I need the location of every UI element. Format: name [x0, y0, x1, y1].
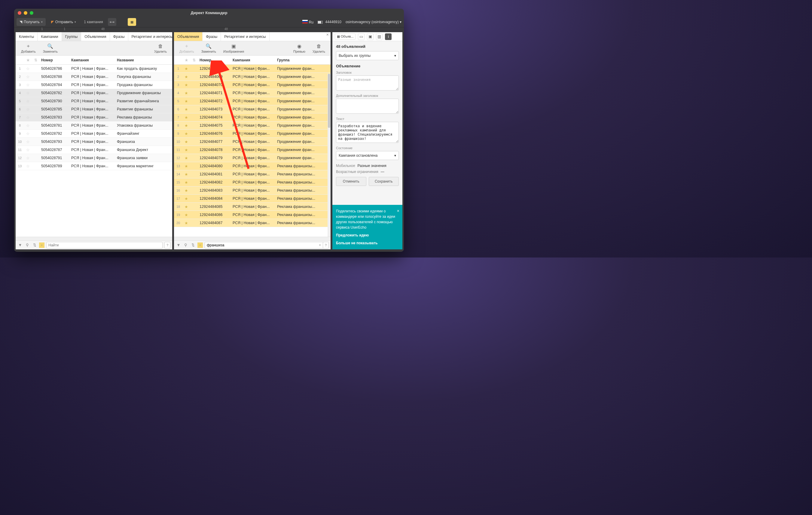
account-balance[interactable]: 44446910	[318, 20, 341, 24]
table-row[interactable]: 1★12924484068РСЯ | Новая | Фран...Продви…	[174, 65, 330, 73]
table-row[interactable]: 4★12924484071РСЯ | Новая | Фран...Продви…	[174, 89, 330, 97]
highlight-icon[interactable]: ▫	[39, 242, 45, 248]
image-icon[interactable]: ▣	[367, 33, 374, 40]
table-row[interactable]: 6★12924484073РСЯ | Новая | Фран...Продви…	[174, 105, 330, 113]
headline-input[interactable]	[336, 76, 399, 90]
col-campaign[interactable]: Кампания	[231, 58, 276, 62]
replace-button[interactable]: 🔍Заменить	[198, 41, 220, 55]
userecho-hide-link[interactable]: Больше не показывать	[336, 240, 399, 246]
table-row[interactable]: 9☆5054028792РСЯ | Новая | Фран...Франчай…	[16, 130, 172, 138]
col-name[interactable]: Название	[115, 58, 172, 62]
left-grid-body[interactable]: 1☆5054028786РСЯ | Новая | Фран...Как про…	[16, 65, 172, 237]
h-scrollbar[interactable]	[16, 237, 172, 240]
table-row[interactable]: 4☆5054028782РСЯ | Новая | Фран...Продвиж…	[16, 89, 172, 97]
clear-search-icon[interactable]: ×	[319, 243, 321, 247]
funnel-icon[interactable]: ⚲	[183, 242, 188, 248]
tab-Объявления[interactable]: Объявления	[81, 32, 110, 41]
h-scrollbar[interactable]	[174, 237, 330, 240]
split-view-button[interactable]: ⟷	[108, 18, 116, 26]
userecho-suggest-link[interactable]: Предложить идею	[336, 233, 399, 238]
tab-Ретаргетинг и интересы[interactable]: Ретаргетинг и интересы	[221, 32, 269, 41]
delete-button[interactable]: 🗑Удалить	[150, 41, 170, 55]
table-row[interactable]: 10☆5054028793РСЯ | Новая | Фран...Франши…	[16, 138, 172, 146]
v-scrollbar[interactable]	[327, 74, 330, 237]
search-input[interactable]	[205, 242, 324, 248]
col-number[interactable]: Номер	[198, 58, 231, 62]
headline2-input[interactable]	[336, 99, 399, 114]
table-row[interactable]: 8☆5054028781РСЯ | Новая | Фран...Упаковк…	[16, 121, 172, 130]
user-menu[interactable]: osintsevagency (osintsevagency) ▾	[346, 20, 402, 24]
table-row[interactable]: 12★12924484079РСЯ | Новая | Фран...Продв…	[174, 154, 330, 162]
table-row[interactable]: 15★12924484082РСЯ | Новая | Фран...Рекла…	[174, 179, 330, 187]
table-row[interactable]: 12☆5054028791РСЯ | Новая | Фран...Франши…	[16, 154, 172, 162]
card-icon[interactable]: ▭	[358, 33, 365, 40]
tab-ad[interactable]: ▦ Объяв...	[335, 33, 355, 40]
close-panel-icon[interactable]: ×	[326, 32, 329, 41]
table-row[interactable]: 5☆5054028790РСЯ | Новая | Фран...Развити…	[16, 97, 172, 105]
table-row[interactable]: 20★12924484087РСЯ | Новая | Фран...Рекла…	[174, 219, 330, 227]
table-row[interactable]: 3★12924484070РСЯ | Новая | Фран...Продви…	[174, 81, 330, 89]
tab-Ретаргетинг и интересы[interactable]: Ретаргетинг и интересы	[128, 32, 177, 41]
table-row[interactable]: 9★12924484076РСЯ | Новая | Фран...Продви…	[174, 130, 330, 138]
table-row[interactable]: 2☆5054028788РСЯ | Новая | Фран...Покупка…	[16, 73, 172, 81]
star-icon[interactable]: ★	[182, 58, 190, 62]
close-window-button[interactable]	[18, 11, 21, 15]
maximize-window-button[interactable]	[30, 11, 33, 15]
table-row[interactable]: 11★12924484078РСЯ | Новая | Фран...Продв…	[174, 146, 330, 154]
table-row[interactable]: 13★12924484080РСЯ | Новая | Фран...Рекла…	[174, 162, 330, 170]
col-number[interactable]: Номер	[40, 58, 70, 62]
group-selector[interactable]: Выбрать их группы ▾	[336, 51, 399, 60]
highlight-icon[interactable]: ▫	[198, 242, 203, 248]
help-icon[interactable]: ?	[164, 242, 170, 248]
table-row[interactable]: 5★12924484072РСЯ | Новая | Фран...Продви…	[174, 97, 330, 105]
notepad-icon[interactable]: ▦	[128, 18, 136, 26]
sort-icon[interactable]: ⇅	[190, 58, 198, 62]
send-button[interactable]: ◤ Отправить ▾	[48, 18, 79, 26]
table-row[interactable]: 17★12924484084РСЯ | Новая | Фран...Рекла…	[174, 195, 330, 203]
language-selector[interactable]: Ru	[302, 20, 314, 24]
tab-Группы[interactable]: Группы	[62, 32, 82, 41]
columns-icon[interactable]: ▥	[376, 33, 382, 40]
table-row[interactable]: 7★12924484074РСЯ | Новая | Фран...Продви…	[174, 113, 330, 121]
filter-icon[interactable]: ▼	[18, 242, 23, 248]
compare-icon[interactable]: ⇅	[32, 242, 37, 248]
table-row[interactable]: 14★12924484081РСЯ | Новая | Фран...Рекла…	[174, 170, 330, 179]
images-button[interactable]: ▣Изображения	[220, 41, 248, 55]
text-input[interactable]	[336, 122, 399, 143]
table-row[interactable]: 3☆5054028784РСЯ | Новая | Фран...Продажа…	[16, 81, 172, 89]
cancel-button[interactable]: Отменить	[336, 177, 366, 186]
tab-Фразы[interactable]: Фразы	[203, 32, 221, 41]
table-row[interactable]: 18★12924484085РСЯ | Новая | Фран...Рекла…	[174, 203, 330, 211]
mid-grid-body[interactable]: 1★12924484068РСЯ | Новая | Фран...Продви…	[174, 65, 330, 237]
col-campaign[interactable]: Кампания	[70, 58, 115, 62]
tab-Кампании[interactable]: Кампании	[37, 32, 62, 41]
info-icon[interactable]: i	[385, 33, 392, 40]
receive-button[interactable]: ◥ Получить ▾	[17, 18, 46, 26]
table-row[interactable]: 8★12924484075РСЯ | Новая | Фран...Продви…	[174, 121, 330, 130]
add-button[interactable]: ＋Добавить	[18, 41, 39, 55]
filter-icon[interactable]: ▼	[176, 242, 181, 248]
funnel-icon[interactable]: ⚲	[25, 242, 30, 248]
tab-Клиенты[interactable]: Клиенты	[16, 32, 37, 41]
table-row[interactable]: 2★12924484069РСЯ | Новая | Фран...Продви…	[174, 73, 330, 81]
close-icon[interactable]: ×	[397, 208, 399, 214]
table-row[interactable]: 16★12924484083РСЯ | Новая | Фран...Рекла…	[174, 187, 330, 195]
delete-button[interactable]: 🗑Удалить	[309, 41, 329, 55]
help-icon[interactable]: ?	[323, 242, 329, 248]
star-icon[interactable]: ★	[24, 58, 32, 62]
replace-button[interactable]: 🔍Заменить	[39, 41, 61, 55]
save-button[interactable]: Сохранить	[369, 177, 399, 186]
table-row[interactable]: 19★12924484086РСЯ | Новая | Фран...Рекла…	[174, 211, 330, 219]
table-row[interactable]: 6☆5054028785РСЯ | Новая | Фран...Развити…	[16, 105, 172, 113]
col-group[interactable]: Группа	[276, 58, 330, 62]
compare-icon[interactable]: ⇅	[190, 242, 196, 248]
sort-icon[interactable]: ⇅	[32, 58, 40, 62]
tab-Объявления[interactable]: Объявления	[174, 32, 203, 41]
minimize-window-button[interactable]	[24, 11, 27, 15]
search-input[interactable]	[46, 242, 163, 248]
state-selector[interactable]: Кампания остановлена ▾	[336, 151, 399, 160]
table-row[interactable]: 13☆5054028789РСЯ | Новая | Фран...Франши…	[16, 162, 172, 170]
table-row[interactable]: 11☆5054028787РСЯ | Новая | Фран...Франши…	[16, 146, 172, 154]
tab-Фразы[interactable]: Фразы	[110, 32, 128, 41]
table-row[interactable]: 7☆5054028783РСЯ | Новая | Фран...Реклама…	[16, 113, 172, 121]
